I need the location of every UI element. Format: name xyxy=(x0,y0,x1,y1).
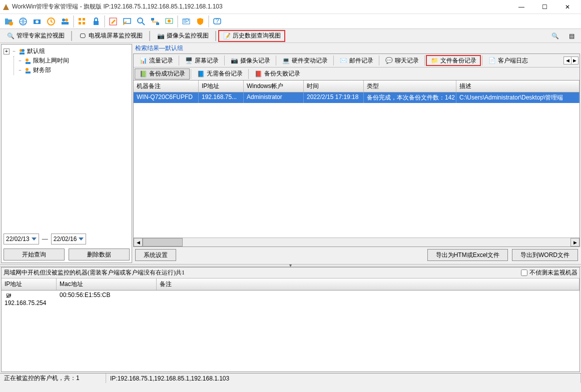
toolbar-separator xyxy=(73,16,74,28)
date-from-value: 22/02/13 xyxy=(6,236,30,242)
toolbar-separator xyxy=(208,16,209,28)
network-icon[interactable] xyxy=(149,16,161,28)
date-from-input[interactable]: 22/02/13 xyxy=(4,234,39,244)
monitor-icon[interactable] xyxy=(163,16,175,28)
col-ip[interactable]: IP地址 xyxy=(199,80,244,92)
hw-icon: 💻 xyxy=(282,56,290,64)
tab-label: 流量记录 xyxy=(149,56,173,65)
date-to-input[interactable]: 22/02/16 xyxy=(51,234,87,244)
export-word-button[interactable]: 导出到WORD文件 xyxy=(512,249,578,261)
tab-screen[interactable]: 🖥️屏幕记录 xyxy=(180,55,223,66)
zoom-icon[interactable] xyxy=(135,16,147,28)
close-button[interactable]: ✕ xyxy=(556,0,579,14)
view-label: 历史数据查询视图 xyxy=(233,32,281,40)
tab-clientlog[interactable]: 📄客户端日志 xyxy=(483,55,532,66)
grid-row-selected[interactable]: WIN-Q720C6FUPFD 192.168.75... Administra… xyxy=(134,92,579,103)
col-winuser[interactable]: Windows帐户 xyxy=(244,80,304,92)
ip-icon[interactable]: IP xyxy=(180,16,192,28)
expand-toggle[interactable]: + xyxy=(4,48,10,54)
cell-machine: WIN-Q720C6FUPFD xyxy=(134,92,199,103)
svg-rect-21 xyxy=(156,22,159,25)
subtab-backup-fail[interactable]: 📕备份失败记录 xyxy=(250,68,305,80)
view-monitor-button[interactable]: 🔍 管理专家监控视图 xyxy=(2,30,69,42)
no-detect-checkbox-label[interactable]: 不侦测未监视机器 xyxy=(521,268,577,277)
tab-filebackup[interactable]: 📁文件备份记录 xyxy=(426,55,481,66)
status-ip: IP:192.168.75.1,192.168.85.1,192.168.1.1… xyxy=(106,374,581,383)
toolbar-separator xyxy=(149,31,150,41)
shield-icon[interactable] xyxy=(194,16,206,28)
svg-point-6 xyxy=(36,20,39,23)
no-detect-checkbox[interactable] xyxy=(521,270,527,276)
view-tvwall-button[interactable]: 🖵 电视墙屏幕监控视图 xyxy=(74,30,147,42)
help-icon[interactable]: ? xyxy=(211,16,223,28)
view-camera-button[interactable]: 📷 摄像头监控视图 xyxy=(152,30,213,42)
history-icon[interactable] xyxy=(45,16,57,28)
tab-label: 聊天记录 xyxy=(395,56,419,65)
svg-point-3 xyxy=(9,22,13,26)
view-toolbar: 🔍 管理专家监控视图 🖵 电视墙屏幕监控视图 📷 摄像头监控视图 📝 历史数据查… xyxy=(0,29,581,43)
cast-icon[interactable] xyxy=(121,16,133,28)
start-search-button[interactable]: 开始查询 xyxy=(4,248,65,260)
group-tree[interactable]: + ·· 默认组 ·· 限制上网时间 ·· 财务部 xyxy=(2,44,132,232)
camera-icon: 📷 xyxy=(230,56,238,64)
col-note[interactable]: 备注 xyxy=(157,278,579,290)
group-icon xyxy=(25,58,32,64)
grid-body[interactable]: WIN-Q720C6FUPFD 192.168.75... Administra… xyxy=(134,92,579,238)
globe-icon[interactable] xyxy=(17,16,29,28)
pc-icon: 🖳 xyxy=(5,292,13,300)
col-desc[interactable]: 描述 xyxy=(456,80,579,92)
view-history-button[interactable]: 📝 历史数据查询视图 xyxy=(218,30,285,42)
users-icon[interactable] xyxy=(59,16,71,28)
edit-icon[interactable] xyxy=(107,16,119,28)
tree-child[interactable]: ·· 财务部 xyxy=(17,66,130,75)
unmonitored-row[interactable]: 🖳192.168.75.254 00:50:56:E1:55:CB xyxy=(2,290,579,308)
scroll-right-icon[interactable]: ▶ xyxy=(570,238,579,246)
camera-icon[interactable] xyxy=(31,16,43,28)
scroll-thumb[interactable] xyxy=(143,238,183,246)
folder-new-icon[interactable] xyxy=(3,16,15,28)
tree-root[interactable]: + ·· 默认组 xyxy=(4,46,130,56)
checkbox-label: 不侦测未监视机器 xyxy=(529,268,577,277)
fail-icon: 📕 xyxy=(254,70,262,78)
grid-hscroll[interactable]: ◀ ▶ xyxy=(134,238,579,246)
tab-label: 无需备份记录 xyxy=(207,70,243,78)
separator xyxy=(276,56,276,66)
horizontal-splitter[interactable] xyxy=(0,264,581,267)
tab-chat[interactable]: 💬聊天记录 xyxy=(380,55,423,66)
col-mac[interactable]: Mac地址 xyxy=(57,278,157,290)
svg-rect-2 xyxy=(5,18,8,20)
tab-label: 客户端日志 xyxy=(498,56,528,65)
col-machine[interactable]: 机器备注 xyxy=(134,80,199,92)
group-icon xyxy=(25,67,32,74)
tab-hardware[interactable]: 💻硬件变动记录 xyxy=(277,55,332,66)
svg-point-18 xyxy=(138,18,143,23)
scroll-right-button[interactable]: ▶ xyxy=(571,57,578,64)
search-tool-icon[interactable]: 🔍 xyxy=(547,30,563,42)
skip-icon: 📘 xyxy=(197,70,205,78)
col-time[interactable]: 时间 xyxy=(304,80,364,92)
subtab-backup-ok[interactable]: 📗备份成功记录 xyxy=(135,68,190,80)
lock-icon[interactable] xyxy=(90,16,102,28)
tab-flow[interactable]: 📊流量记录 xyxy=(135,55,178,66)
tab-camera[interactable]: 📷摄像头记录 xyxy=(226,55,275,66)
tree-label: 默认组 xyxy=(27,47,45,56)
scroll-left-button[interactable]: ◀ xyxy=(564,57,571,64)
date-separator: — xyxy=(42,236,48,242)
statusbar: 正在被监控的客户机，共：1 IP:192.168.75.1,192.168.85… xyxy=(0,373,581,383)
scroll-left-icon[interactable]: ◀ xyxy=(134,238,143,246)
maximize-button[interactable]: ☐ xyxy=(533,0,556,14)
delete-data-button[interactable]: 删除数据 xyxy=(69,248,130,260)
svg-rect-20 xyxy=(151,18,154,20)
list-tool-icon[interactable]: ▤ xyxy=(564,30,579,42)
unmonitored-body[interactable]: 🖳192.168.75.254 00:50:56:E1:55:CB xyxy=(2,290,579,372)
col-type[interactable]: 类型 xyxy=(364,80,456,92)
system-settings-button[interactable]: 系统设置 xyxy=(135,249,176,261)
grid-icon[interactable] xyxy=(76,16,88,28)
col-ip[interactable]: IP地址 xyxy=(2,278,57,290)
tab-mail[interactable]: ✉️邮件记录 xyxy=(335,55,378,66)
export-htm-excel-button[interactable]: 导出为HTM或Excel文件 xyxy=(427,249,508,261)
left-panel: + ·· 默认组 ·· 限制上网时间 ·· 财务部 22/02/13 xyxy=(1,44,132,263)
subtab-backup-noneed[interactable]: 📘无需备份记录 xyxy=(192,68,247,80)
tree-child[interactable]: ·· 限制上网时间 xyxy=(17,56,130,66)
minimize-button[interactable]: — xyxy=(510,0,533,14)
